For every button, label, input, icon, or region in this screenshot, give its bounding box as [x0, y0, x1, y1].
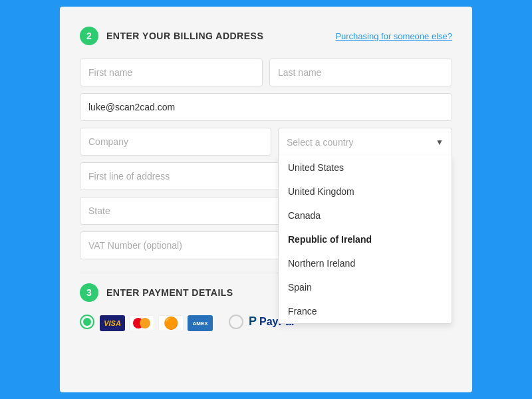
- last-name-input[interactable]: [269, 59, 452, 86]
- mastercard-icon: [129, 315, 154, 331]
- billing-section-title: ENTER YOUR BILLING ADDRESS: [106, 31, 263, 41]
- payment-step-badge: 3: [80, 283, 98, 302]
- page: 2 ENTER YOUR BILLING ADDRESS Purchasing …: [0, 0, 532, 399]
- country-option-fr[interactable]: France: [279, 299, 452, 323]
- country-dropdown-arrow-icon: ▼: [436, 138, 444, 147]
- country-select-button[interactable]: Select a country ▼: [278, 128, 452, 156]
- paypal-payment-radio[interactable]: [229, 315, 243, 329]
- visa-icon: VISA: [100, 315, 125, 331]
- name-row: [80, 59, 452, 86]
- company-input[interactable]: [80, 128, 271, 156]
- maestro-icon: 🟠: [158, 315, 184, 331]
- country-select-label: Select a country: [287, 137, 353, 148]
- first-name-input[interactable]: [80, 59, 263, 86]
- purchasing-for-someone-link[interactable]: Purchasing for someone else?: [335, 31, 452, 41]
- country-select-wrapper: Select a country ▼ United States United …: [278, 128, 452, 156]
- company-country-row: Select a country ▼ United States United …: [80, 128, 452, 156]
- state-select-label: State: [88, 205, 110, 216]
- billing-form: Select a country ▼ United States United …: [80, 59, 452, 259]
- email-input[interactable]: [80, 93, 452, 121]
- country-option-uk[interactable]: United Kingdom: [279, 180, 452, 203]
- country-option-es[interactable]: Spain: [279, 275, 452, 299]
- country-option-us[interactable]: United States: [279, 156, 452, 180]
- country-option-ni[interactable]: Northern Ireland: [279, 251, 452, 275]
- card-payment-radio[interactable]: [80, 315, 94, 329]
- card-container: 2 ENTER YOUR BILLING ADDRESS Purchasing …: [60, 7, 472, 392]
- country-dropdown: United States United Kingdom Canada Repu…: [278, 156, 452, 324]
- country-option-ca[interactable]: Canada: [279, 203, 452, 227]
- amex-icon: AMEX: [188, 315, 213, 331]
- billing-step-badge: 2: [80, 27, 98, 45]
- card-icons-group: VISA 🟠 AMEX: [100, 315, 213, 331]
- billing-section-header: 2 ENTER YOUR BILLING ADDRESS Purchasing …: [80, 27, 452, 45]
- email-row: [80, 93, 452, 121]
- country-option-roi[interactable]: Republic of Ireland: [279, 227, 452, 251]
- paypal-p-letter: P: [249, 315, 257, 329]
- radio-inner-dot: [83, 318, 91, 326]
- payment-section-title: ENTER PAYMENT DETAILS: [106, 287, 233, 298]
